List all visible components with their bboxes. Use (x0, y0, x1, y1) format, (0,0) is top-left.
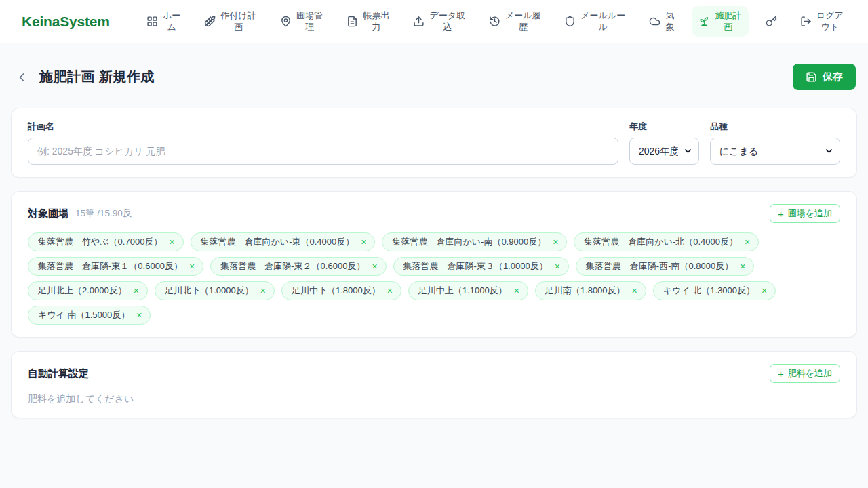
nav-item-key[interactable] (759, 12, 784, 31)
nav-item-weather[interactable]: 気象 (642, 6, 682, 37)
nav-item-planting-plan[interactable]: 作付け計画 (197, 6, 263, 37)
field-chip: 足川中上（1.1000反）× (408, 281, 528, 300)
upload-icon (413, 16, 425, 27)
variety-select[interactable]: にこまる (710, 138, 840, 165)
remove-field-chip-button[interactable]: × (372, 262, 377, 271)
nav-item-label: 施肥計画 (715, 10, 742, 33)
main-nav: ホーム 作付け計画 圃場管理 帳票出力 データ取込 (140, 6, 850, 37)
target-fields-title: 対象圃場 (28, 207, 68, 220)
field-chip-label: 集落営農 倉庫隣-東３（1.0000反） (403, 260, 548, 272)
plan-name-input[interactable] (28, 138, 618, 165)
field-chip: 集落営農 倉庫向かい-北（0.4000反）× (574, 232, 759, 251)
nav-item-label: メールルール (580, 10, 625, 33)
nav-item-label: 帳票出力 (363, 10, 390, 33)
add-fertilizer-button-label: 肥料を追加 (788, 367, 832, 380)
remove-field-chip-button[interactable]: × (260, 286, 266, 296)
field-chip-label: キウイ 南（1.5000反） (38, 309, 130, 321)
remove-field-chip-button[interactable]: × (553, 237, 558, 247)
nav-item-mail-rules[interactable]: メールルール (557, 6, 632, 37)
field-chip: 集落営農 倉庫向かい-南（0.9000反）× (382, 232, 567, 251)
nav-item-field-management[interactable]: 圃場管理 (273, 6, 330, 37)
nav-item-report-output[interactable]: 帳票出力 (340, 6, 397, 37)
target-fields-card: 対象圃場 15筆 /15.90反 + 圃場を追加 集落営農 竹やぶ（0.7000… (11, 191, 857, 338)
auto-calc-title: 自動計算設定 (28, 367, 89, 380)
field-chip-label: 足川中下（1.8000反） (292, 285, 380, 297)
nav-item-label: 気象 (665, 10, 675, 33)
plus-icon: + (778, 209, 784, 219)
nav-item-logout[interactable]: ログアウト (793, 6, 850, 37)
field-chip-list: 集落営農 竹やぶ（0.7000反）×集落営農 倉庫向かい-東（0.4000反）×… (28, 232, 840, 325)
field-chip: 集落営農 竹やぶ（0.7000反）× (28, 232, 184, 251)
auto-calc-empty-message: 肥料を追加してください (28, 393, 840, 405)
nav-item-data-import[interactable]: データ取込 (406, 6, 472, 37)
field-chip-label: 集落営農 竹やぶ（0.7000反） (38, 236, 162, 248)
remove-field-chip-button[interactable]: × (745, 237, 750, 247)
year-field: 年度 2026年度 (629, 121, 699, 165)
field-chip: 集落営農 倉庫隣-東２（0.6000反）× (210, 257, 386, 276)
field-chip-label: 集落営農 倉庫隣-西-南（0.8000反） (586, 260, 733, 272)
plan-form-card: 計画名 年度 2026年度 品種 にこまる (11, 108, 857, 178)
add-field-button[interactable]: + 圃場を追加 (770, 204, 840, 223)
add-fertilizer-button[interactable]: + 肥料を追加 (770, 364, 840, 383)
field-chip-label: 集落営農 倉庫隣-東１（0.6000反） (38, 260, 182, 272)
nav-item-label: ログアウト (816, 10, 844, 33)
nav-item-fertilization-plan[interactable]: 施肥計画 (692, 6, 749, 37)
grid-icon (146, 16, 158, 27)
field-chip-label: 足川北上（2.0000反） (38, 285, 127, 297)
history-icon (489, 16, 500, 27)
field-chip: キウイ 北（1.3000反）× (653, 281, 776, 300)
year-select[interactable]: 2026年度 (629, 138, 699, 165)
remove-field-chip-button[interactable]: × (361, 237, 366, 247)
variety-label: 品種 (710, 121, 840, 133)
field-chip: 足川北下（1.0000反）× (155, 281, 275, 300)
field-chip: 足川中下（1.8000反）× (281, 281, 401, 300)
year-label: 年度 (629, 121, 699, 133)
nav-item-label: 作付け計画 (220, 10, 256, 33)
nav-item-mail-history[interactable]: メール履歴 (482, 6, 548, 37)
shield-icon (564, 16, 576, 27)
remove-field-chip-button[interactable]: × (632, 286, 637, 296)
nav-item-label: ホーム (163, 10, 181, 33)
nav-item-label: 圃場管理 (296, 10, 323, 33)
key-icon (766, 16, 777, 27)
map-pin-icon (280, 16, 292, 27)
save-button-label: 保存 (823, 70, 843, 83)
field-chip-label: 足川中上（1.1000反） (418, 285, 507, 297)
plus-icon: + (778, 369, 784, 379)
field-chip-label: 集落営農 倉庫向かい-南（0.9000反） (392, 236, 546, 248)
plan-name-field: 計画名 (28, 121, 618, 165)
save-button[interactable]: 保存 (793, 64, 856, 90)
field-chip: 足川北上（2.0000反）× (28, 281, 148, 300)
field-chip-label: 集落営農 倉庫隣-東２（0.6000反） (220, 260, 365, 272)
plan-name-label: 計画名 (28, 121, 618, 133)
remove-field-chip-button[interactable]: × (134, 286, 139, 296)
app-logo: KeinaSystem (22, 14, 110, 30)
remove-field-chip-button[interactable]: × (189, 262, 195, 271)
remove-field-chip-button[interactable]: × (555, 262, 560, 271)
remove-field-chip-button[interactable]: × (740, 262, 745, 271)
page-title: 施肥計画 新規作成 (39, 68, 155, 86)
field-chip: キウイ 南（1.5000反）× (28, 306, 151, 325)
remove-field-chip-button[interactable]: × (136, 310, 142, 320)
nav-item-label: データ取込 (429, 10, 465, 33)
field-chip-label: キウイ 北（1.3000反） (663, 285, 755, 297)
field-chip: 集落営農 倉庫隣-西-南（0.8000反）× (576, 257, 755, 276)
main-content: 施肥計画 新規作成 保存 計画名 年度 2026年度 (0, 64, 868, 418)
remove-field-chip-button[interactable]: × (762, 286, 767, 296)
chevron-left-icon (15, 70, 28, 84)
back-button[interactable] (12, 68, 31, 87)
top-navigation: KeinaSystem ホーム 作付け計画 圃場管理 帳票出力 (0, 0, 868, 43)
page-header: 施肥計画 新規作成 保存 (12, 64, 856, 90)
remove-field-chip-button[interactable]: × (169, 237, 174, 247)
cloud-icon (649, 16, 660, 27)
remove-field-chip-button[interactable]: × (514, 286, 519, 296)
wheat-icon (204, 16, 216, 27)
field-chip: 集落営農 倉庫向かい-東（0.4000反）× (191, 232, 376, 251)
remove-field-chip-button[interactable]: × (387, 286, 393, 296)
nav-item-home[interactable]: ホーム (140, 6, 188, 37)
variety-field: 品種 にこまる (710, 121, 840, 165)
sprout-icon (698, 16, 710, 27)
document-icon (347, 16, 358, 27)
add-field-button-label: 圃場を追加 (788, 207, 832, 220)
field-chip-label: 集落営農 倉庫向かい-東（0.4000反） (201, 236, 355, 248)
